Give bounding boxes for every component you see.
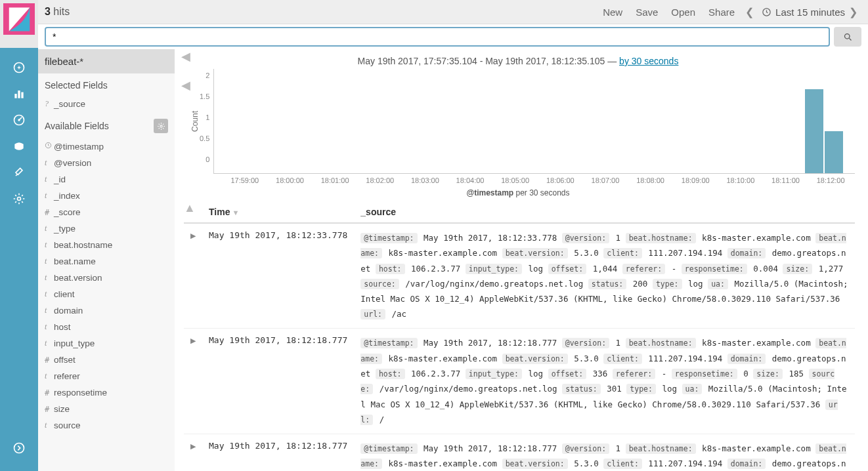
search-input[interactable] [45,27,830,47]
kibana-logo[interactable] [3,3,35,35]
time-prev-icon[interactable]: ❮ [745,6,754,18]
svg-point-7 [18,197,21,201]
field-item[interactable]: treferer [38,368,175,384]
table-row: ▶May 19th 2017, 18:12:33.778@timestamp: … [184,223,855,329]
field-item[interactable]: thost [38,319,175,335]
fields-panel: filebeat-* Selected Fields ?_source Avai… [38,49,175,471]
nav-devtools[interactable] [0,159,38,186]
field-item[interactable]: tdomain [38,302,175,319]
x-axis-label: @timestamp per 30 seconds [181,184,855,201]
field-item[interactable]: tbeat.name [38,253,175,270]
fields-settings-button[interactable] [154,119,168,133]
index-pattern-selector[interactable]: filebeat-* [38,49,175,73]
svg-point-10 [844,33,850,39]
expand-row-icon[interactable]: ▶ [184,329,202,434]
save-link[interactable]: Save [636,7,658,18]
search-button[interactable] [834,27,861,47]
available-fields-title: Available Fields [38,112,175,138]
x-axis-ticks: 17:59:0018:00:0018:01:0018:02:0018:03:00… [181,176,855,184]
field-item[interactable]: #size [38,401,175,417]
field-item[interactable]: tbeat.hostname [38,237,175,253]
table-row: ▶May 19th 2017, 18:12:18.777@timestamp: … [184,434,855,471]
expand-table-icon[interactable]: ▲ [184,201,196,215]
column-header-source[interactable]: _source [354,201,855,223]
svg-rect-1 [14,94,16,98]
documents-table: Time▼ _source ▶May 19th 2017, 18:12:33.7… [184,201,855,471]
interval-link[interactable]: by 30 seconds [619,56,678,66]
field-item[interactable]: t_index [38,188,175,204]
nav-collapse[interactable] [0,435,38,461]
field-item[interactable]: tclient [38,286,175,302]
expand-row-icon[interactable]: ▶ [184,434,202,471]
nav-management[interactable] [0,186,38,212]
time-next-icon[interactable]: ❯ [849,6,857,18]
hit-count: 3 hits [45,6,70,18]
field-item[interactable]: #responsetime [38,384,175,401]
selected-fields-title: Selected Fields [38,73,175,96]
field-item[interactable]: t_type [38,220,175,237]
histogram-bar[interactable] [825,131,843,173]
histogram-plot[interactable] [213,69,855,174]
svg-line-6 [19,117,22,120]
field-item[interactable]: @timestamp [38,138,175,155]
table-row: ▶May 19th 2017, 18:12:18.777@timestamp: … [184,329,855,434]
field-item[interactable]: #_score [38,204,175,220]
share-link[interactable]: Share [708,7,735,18]
svg-rect-3 [21,92,23,98]
nav-timelion[interactable] [0,133,38,159]
new-link[interactable]: New [603,7,622,18]
expand-row-icon[interactable]: ▶ [184,223,202,329]
row-source: @timestamp: May 19th 2017, 18:12:33.778 … [354,223,855,329]
row-source: @timestamp: May 19th 2017, 18:12:18.777 … [354,434,855,471]
date-range-label: May 19th 2017, 17:57:35.104 - May 19th 2… [181,53,855,69]
nav-dashboard[interactable] [0,107,38,133]
topbar: 3 hits New Save Open Share ❮ Last 15 min… [38,0,868,24]
svg-point-12 [160,125,162,127]
nav-discover[interactable] [0,54,38,81]
row-source: @timestamp: May 19th 2017, 18:12:18.777 … [354,329,855,434]
svg-line-11 [849,38,851,40]
svg-rect-2 [18,91,20,98]
histogram-bar[interactable] [805,89,823,173]
field-item[interactable]: tbeat.version [38,270,175,286]
y-axis-label: Count [190,69,200,174]
field-item[interactable]: t_id [38,171,175,188]
row-time: May 19th 2017, 18:12:18.777 [202,329,354,434]
row-time: May 19th 2017, 18:12:33.778 [202,223,354,329]
open-link[interactable]: Open [671,7,695,18]
field-item[interactable]: ?_source [38,96,175,112]
column-header-time[interactable]: Time▼ [202,201,354,223]
nav-visualize[interactable] [0,81,38,107]
time-picker[interactable]: Last 15 minutes [758,7,845,18]
field-item[interactable]: tsource [38,417,175,434]
collapse-fields-icon[interactable]: ◀ [181,49,190,64]
field-item[interactable]: t@version [38,155,175,171]
svg-point-8 [14,443,24,453]
field-item[interactable]: tinput_type [38,335,175,352]
field-item[interactable]: #offset [38,352,175,368]
row-time: May 19th 2017, 18:12:18.777 [202,434,354,471]
side-navigation [0,0,38,471]
